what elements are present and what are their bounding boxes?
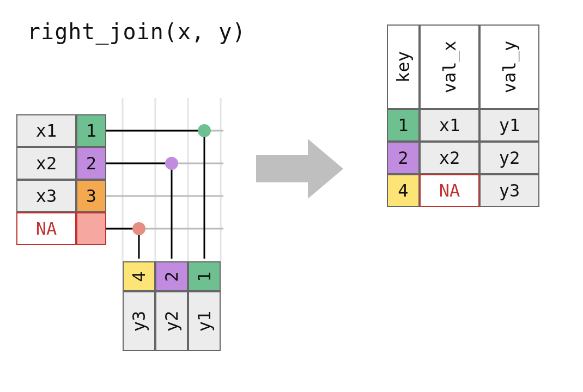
result-valx-na-cell: NA: [420, 174, 479, 207]
x-val-cell: x3: [16, 180, 76, 212]
result-valx-cell: x2: [420, 142, 479, 174]
match-dot-key2: [165, 157, 178, 170]
match-dot-key1: [198, 124, 211, 137]
x-key-cell: 2: [76, 147, 106, 180]
arrow-icon: [256, 136, 343, 201]
x-key-cell: 1: [76, 114, 106, 147]
x-key-cell: 3: [76, 180, 106, 212]
match-dot-key4: [132, 222, 145, 235]
result-valy-cell: y1: [479, 109, 539, 142]
x-na-key-cell: [76, 212, 106, 245]
y-val-cell: y3: [123, 291, 155, 351]
x-val-cell: x2: [16, 147, 76, 180]
result-key-cell: 4: [387, 174, 420, 207]
x-na-val-cell: NA: [16, 212, 76, 245]
y-val-cell: y2: [155, 291, 188, 351]
result-header-valy: val_y: [479, 24, 539, 109]
y-key-cell: 2: [155, 261, 188, 291]
y-key-cell: 1: [188, 261, 221, 291]
result-header-key: key: [387, 24, 420, 109]
svg-marker-14: [256, 139, 343, 199]
x-val-cell: x1: [16, 114, 76, 147]
result-valx-cell: x1: [420, 109, 479, 142]
result-valy-cell: y3: [479, 174, 539, 207]
y-val-cell: y1: [188, 291, 221, 351]
diagram-stage: right_join(x, y) x1 1 x2 2: [0, 0, 583, 392]
y-key-cell: 4: [123, 261, 155, 291]
result-key-cell: 1: [387, 109, 420, 142]
result-valy-cell: y2: [479, 142, 539, 174]
result-key-cell: 2: [387, 142, 420, 174]
result-header-valx: val_x: [420, 24, 479, 109]
